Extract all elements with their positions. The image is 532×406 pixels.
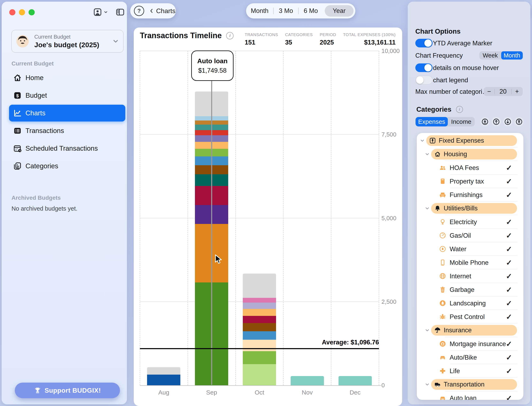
x-axis-line	[140, 385, 381, 386]
arrow-down-circle-button[interactable]	[503, 117, 512, 126]
checkmark-icon[interactable]: ✓	[506, 299, 512, 308]
bar-segment[interactable]	[339, 376, 372, 385]
category-row-insurance[interactable]: Insurance	[417, 324, 523, 337]
category-row-water[interactable]: Water✓	[417, 242, 523, 256]
bar-segment[interactable]	[243, 298, 276, 303]
toggle-on[interactable]	[415, 63, 433, 72]
cursor-icon	[213, 253, 224, 265]
sidebar-item-categories[interactable]: Categories	[9, 158, 125, 174]
chevron-down-icon[interactable]	[425, 206, 430, 211]
segment-3mo[interactable]: 3 Mo	[273, 7, 298, 14]
stepper-plus-button[interactable]: +	[512, 88, 522, 95]
checkmark-icon[interactable]: ✓	[506, 177, 512, 186]
bar-segment[interactable]	[243, 364, 276, 385]
category-row-mortgage-insurance[interactable]: Mortgage insurance✓	[417, 337, 523, 351]
account-icon[interactable]	[93, 7, 102, 17]
arrow-down-circle-icon	[504, 118, 511, 125]
category-row-gas-oil[interactable]: Gas/Oil✓	[417, 229, 523, 242]
budget-selector[interactable]: Current Budget Joe's budget (2025)	[12, 30, 124, 52]
zoom-window-button[interactable]	[29, 9, 35, 15]
bar-segment[interactable]	[291, 376, 324, 385]
checkmark-icon[interactable]: ✓	[506, 231, 512, 240]
toggle-on[interactable]	[415, 39, 433, 47]
back-to-charts-button[interactable]: Charts	[156, 7, 175, 15]
toggle-off[interactable]	[415, 76, 433, 84]
category-row-property-tax[interactable]: Property tax✓	[417, 174, 523, 188]
bar-segment[interactable]	[243, 340, 276, 351]
category-label: Gas/Oil	[450, 232, 471, 239]
category-row-utilities-bills[interactable]: Utilities/Bills	[417, 202, 523, 215]
sidebar-item-budget[interactable]: $Budget	[9, 87, 125, 104]
category-row-life[interactable]: Life✓	[417, 364, 523, 378]
category-row-landscaping[interactable]: Landscaping✓	[417, 296, 523, 310]
chevron-down-icon[interactable]	[425, 382, 430, 387]
sidebar-item-label: Categories	[25, 162, 58, 170]
category-row-internet[interactable]: Internet✓	[417, 269, 523, 283]
checkmark-icon[interactable]: ✓	[506, 313, 512, 321]
category-group-pill: Fixed Expenses	[426, 135, 517, 146]
checkmark-icon[interactable]: ✓	[506, 245, 512, 254]
checkmark-icon[interactable]: ✓	[506, 353, 512, 362]
bar-segment[interactable]	[243, 309, 276, 316]
bar-segment[interactable]	[243, 351, 276, 364]
category-row-mobile-phone[interactable]: Mobile Phone✓	[417, 256, 523, 269]
support-budgix-button[interactable]: Support BUDGIX!	[15, 383, 120, 398]
checkmark-icon[interactable]: ✓	[506, 367, 512, 375]
bar-segment[interactable]	[243, 274, 276, 298]
category-row-pest-control[interactable]: Pest Control✓	[417, 310, 523, 324]
tab-expenses[interactable]: Expenses	[415, 117, 448, 126]
tab-income[interactable]: Income	[448, 117, 475, 126]
checkmark-icon[interactable]: ✓	[506, 191, 512, 199]
sidebar-item-home[interactable]: Home	[9, 69, 125, 86]
bar-segment[interactable]	[147, 367, 180, 375]
segment-6mo[interactable]: 6 Mo	[299, 7, 323, 14]
arrow-up-to-line-button[interactable]	[514, 117, 524, 126]
segment-month[interactable]: Month	[246, 7, 273, 14]
checkmark-icon[interactable]: ✓	[506, 340, 512, 348]
sidebar-item-transactions[interactable]: Transactions	[9, 122, 125, 139]
close-window-button[interactable]	[9, 9, 15, 15]
category-row-electricity[interactable]: Electricity✓	[417, 215, 523, 229]
category-label: Mortgage insurance	[450, 340, 506, 348]
category-row-auto-bike[interactable]: Auto/Bike✓	[417, 351, 523, 364]
chevron-down-icon[interactable]	[425, 152, 430, 157]
arrow-down-to-line-button[interactable]	[480, 117, 490, 126]
category-row-transportation[interactable]: Transportation	[417, 378, 523, 391]
category-row-hoa-fees[interactable]: HOA Fees✓	[417, 161, 523, 174]
chevron-down-icon[interactable]	[425, 328, 430, 333]
bar-segment[interactable]	[243, 323, 276, 331]
sidebar-item-charts[interactable]: Charts	[9, 105, 125, 122]
category-row-garbage[interactable]: Garbage✓	[417, 283, 523, 296]
category-group-label: Transportation	[444, 381, 485, 388]
segment-year[interactable]: Year	[325, 5, 354, 17]
checkmark-icon[interactable]: ✓	[506, 285, 512, 294]
info-icon[interactable]: i	[456, 106, 463, 113]
checkmark-icon[interactable]: ✓	[506, 164, 512, 172]
option-row-chart-frequency: Chart FrequencyWeekMonth	[415, 51, 523, 60]
checkmark-icon[interactable]: ✓	[506, 272, 512, 281]
category-row-housing[interactable]: Housing	[417, 147, 523, 161]
frequency-segment-month[interactable]: Month	[501, 51, 523, 59]
checkmark-icon[interactable]: ✓	[506, 218, 512, 226]
toggle-sidebar-icon[interactable]	[115, 7, 125, 17]
category-group-label: Housing	[444, 151, 467, 158]
checkmark-icon[interactable]: ✓	[506, 258, 512, 267]
account-chevron-down-icon[interactable]	[103, 10, 108, 14]
bar-segment[interactable]	[147, 375, 180, 385]
stat-value: 151	[245, 39, 278, 46]
category-row-auto-loan[interactable]: Auto loan✓	[417, 391, 523, 400]
category-row-furnishings[interactable]: Furnishings✓	[417, 188, 523, 202]
checkmark-icon[interactable]: ✓	[506, 394, 512, 400]
bar-segment[interactable]	[243, 303, 276, 309]
bar-segment[interactable]	[243, 316, 276, 323]
bar-segment[interactable]	[243, 331, 276, 340]
frequency-segment-week[interactable]: Week	[480, 51, 501, 59]
minimize-window-button[interactable]	[19, 9, 25, 15]
sidebar-item-scheduled-transactions[interactable]: Scheduled Transactions	[9, 140, 125, 157]
chevron-down-icon[interactable]	[420, 138, 425, 143]
stepper-minus-button[interactable]: −	[484, 88, 495, 95]
category-row-fixed-expenses[interactable]: Fixed Expenses	[417, 134, 523, 147]
info-icon[interactable]: i	[226, 32, 234, 39]
help-icon[interactable]: ?	[134, 6, 144, 16]
arrow-up-circle-button[interactable]	[492, 117, 501, 126]
